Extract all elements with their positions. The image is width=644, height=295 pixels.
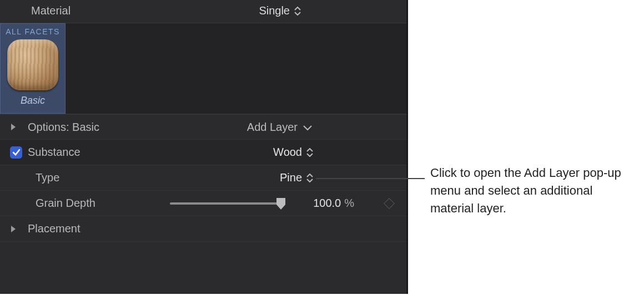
material-label: Material — [31, 4, 259, 17]
grain-depth-label: Grain Depth — [36, 197, 95, 210]
grain-depth-unit: % — [344, 197, 354, 210]
substance-popup[interactable]: Wood — [273, 146, 406, 159]
material-mode-value: Single — [259, 4, 290, 17]
keyframe-diamond-icon[interactable] — [384, 198, 395, 209]
updown-icon — [294, 7, 301, 16]
facet-name: Basic — [21, 95, 45, 106]
grain-depth-slider[interactable] — [170, 202, 281, 205]
placement-row: Placement — [0, 216, 406, 242]
facet-tile[interactable]: ALL FACETS Basic — [0, 23, 66, 114]
chevron-down-icon — [303, 121, 312, 134]
updown-icon — [306, 148, 313, 157]
disclosure-triangle-icon[interactable] — [7, 123, 20, 131]
options-label: Options: Basic — [28, 121, 99, 134]
material-thumbnail — [7, 39, 58, 90]
substance-value: Wood — [273, 146, 302, 159]
substance-checkbox[interactable] — [10, 146, 22, 159]
facets-bar: ALL FACETS Basic — [0, 23, 406, 114]
grain-depth-row: Grain Depth 100.0 % — [0, 191, 406, 216]
type-value: Pine — [280, 171, 302, 184]
facet-title: ALL FACETS — [6, 27, 60, 36]
updown-icon — [306, 174, 313, 182]
callout-line — [316, 178, 425, 179]
inspector-panel: Material Single ALL FACETS Basic Options… — [0, 0, 408, 294]
material-mode-popup[interactable]: Single — [259, 4, 384, 17]
add-layer-popup[interactable]: Add Layer — [247, 121, 406, 134]
placement-label: Placement — [28, 222, 80, 235]
grain-depth-value[interactable]: 100.0 — [298, 197, 341, 210]
annotation-text: Click to open the Add Layer pop-up menu … — [430, 164, 636, 217]
disclosure-triangle-icon[interactable] — [7, 225, 20, 233]
substance-row: Substance Wood — [0, 140, 406, 165]
options-row: Options: Basic Add Layer — [0, 114, 406, 140]
material-row: Material Single — [0, 0, 406, 23]
slider-fill — [170, 202, 281, 205]
type-label: Type — [36, 171, 59, 184]
add-layer-label: Add Layer — [247, 121, 298, 134]
substance-label: Substance — [28, 146, 80, 159]
